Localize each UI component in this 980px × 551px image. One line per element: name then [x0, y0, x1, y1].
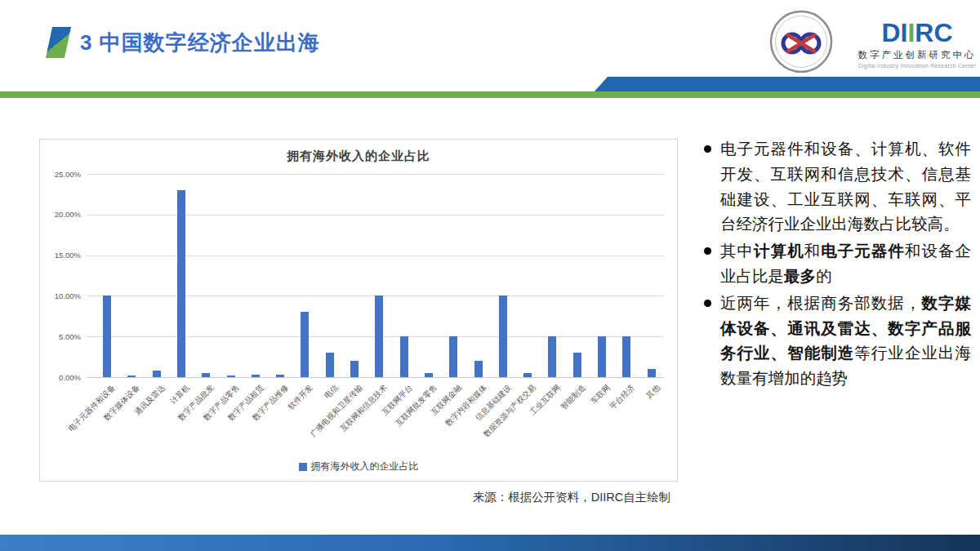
- bullet-dot: [704, 145, 711, 153]
- header: 3 中国数字经济企业出海: [49, 27, 320, 58]
- bar: [103, 295, 111, 377]
- header-green-line: [0, 91, 980, 98]
- bar: [622, 336, 630, 377]
- y-axis-tick-label: 25.00%: [40, 170, 81, 179]
- y-axis-tick-label: 15.00%: [40, 251, 81, 260]
- bar: [350, 361, 359, 377]
- chart-title: 拥有海外收入的企业占比: [40, 149, 677, 164]
- bullet-text: 电子元器件和设备、计算机、软件开发、互联网和信息技术、信息基础建设、工业互联网、…: [720, 136, 971, 237]
- bar: [400, 336, 408, 377]
- bar: [227, 375, 235, 377]
- bar: [252, 375, 260, 377]
- bar: [177, 190, 185, 377]
- bar: [598, 336, 606, 377]
- bullet-item: 其中计算机和电子元器件和设备企业占比是最多的: [704, 238, 971, 289]
- slide: 3 中国数字经济企业出海 DIIRC 数字产业创新研究中心 Digital In…: [0, 0, 980, 551]
- bullet-text: 近两年，根据商务部数据，数字媒体设备、通讯及雷达、数字产品服务行业、智能制造等行…: [720, 291, 971, 391]
- bar: [375, 295, 383, 377]
- dirc-logo: DIIRC 数字产业创新研究中心 Digital Industry Innova…: [856, 20, 978, 69]
- bullet-dot: [704, 300, 711, 307]
- dirc-logo-acronym: DIIRC: [856, 20, 978, 46]
- bar: [276, 375, 284, 377]
- bar: [153, 371, 161, 377]
- source-note: 来源：根据公开资料，DIIRC自主绘制: [376, 490, 768, 505]
- gridline: [87, 256, 664, 256]
- bullet-item: 近两年，根据商务部数据，数字媒体设备、通讯及雷达、数字产品服务行业、智能制造等行…: [704, 291, 971, 391]
- bar: [301, 312, 309, 377]
- bar: [425, 373, 433, 377]
- bullet-dot: [704, 247, 711, 255]
- bar: [499, 295, 507, 377]
- key-points-panel: 电子元器件和设备、计算机、软件开发、互联网和信息技术、信息基础建设、工业互联网、…: [704, 136, 971, 393]
- y-axis-tick-label: 10.00%: [40, 291, 81, 300]
- dirc-logo-letter: C: [933, 18, 952, 47]
- bullet-text: 其中计算机和电子元器件和设备企业占比是最多的: [720, 238, 971, 289]
- dirc-logo-letter: D: [881, 18, 900, 47]
- dirc-logo-letter: I: [907, 18, 915, 47]
- bar: [573, 353, 581, 377]
- bar: [548, 336, 556, 377]
- bar: [523, 373, 532, 377]
- footer-bar: [0, 535, 980, 551]
- bar: [449, 336, 457, 377]
- bullet-list: 电子元器件和设备、计算机、软件开发、互联网和信息技术、信息基础建设、工业互联网、…: [704, 136, 971, 391]
- bar: [326, 353, 334, 377]
- y-axis-tick-label: 5.00%: [40, 332, 81, 341]
- dirc-logo-cn-name: 数字产业创新研究中心: [856, 49, 978, 61]
- bar: [127, 375, 136, 377]
- bullet-item: 电子元器件和设备、计算机、软件开发、互联网和信息技术、信息基础建设、工业互联网、…: [704, 136, 971, 237]
- bar: [648, 369, 656, 377]
- bar: [474, 361, 483, 377]
- gridline: [87, 215, 664, 216]
- y-axis-tick-label: 0.00%: [40, 373, 81, 382]
- dirc-logo-letter: R: [915, 18, 933, 47]
- y-axis-tick-label: 20.00%: [40, 210, 81, 219]
- bar-chart: 拥有海外收入的企业占比 拥有海外收入的企业占比 25.00%20.00%15.0…: [39, 139, 678, 482]
- gridline: [87, 174, 664, 175]
- header-blue-band: [594, 77, 980, 92]
- bar: [202, 373, 210, 377]
- institute-seal-logo: [768, 9, 834, 74]
- dirc-logo-en-name: Digital Industry Innovation Research Cen…: [856, 63, 978, 69]
- gridline: [87, 377, 664, 378]
- title-accent-mark: [46, 27, 71, 58]
- page-title: 3 中国数字经济企业出海: [80, 29, 320, 57]
